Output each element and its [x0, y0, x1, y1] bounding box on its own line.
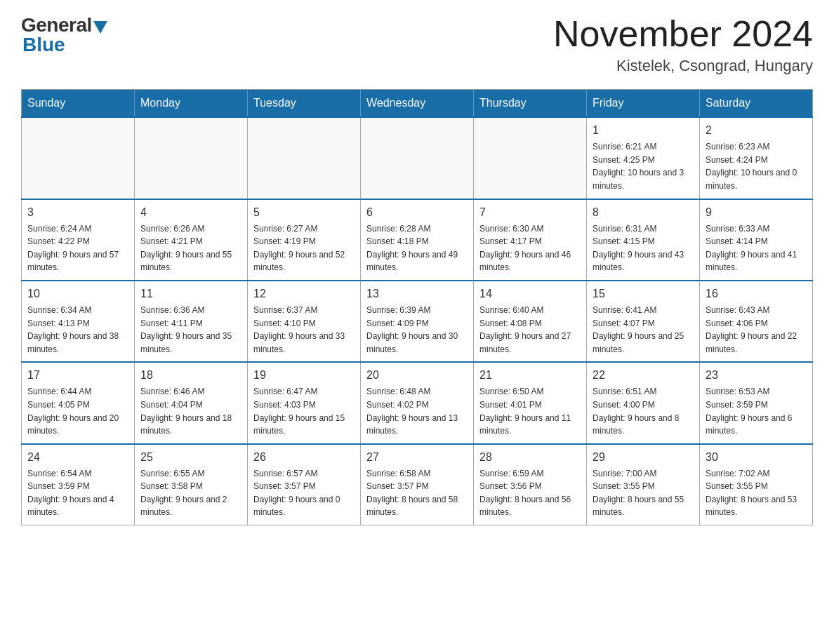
- header-sunday: Sunday: [22, 90, 135, 118]
- day-number: 7: [479, 204, 581, 221]
- logo: General Blue: [21, 14, 107, 56]
- day-number: 23: [706, 367, 807, 384]
- calendar-cell-w1-d0: [22, 117, 135, 199]
- header-monday: Monday: [135, 90, 248, 118]
- day-info: Sunrise: 6:39 AM Sunset: 4:09 PM Dayligh…: [366, 304, 468, 356]
- header-saturday: Saturday: [700, 90, 813, 118]
- day-info: Sunrise: 6:44 AM Sunset: 4:05 PM Dayligh…: [27, 385, 128, 437]
- day-info: Sunrise: 6:24 AM Sunset: 4:22 PM Dayligh…: [27, 222, 128, 274]
- day-info: Sunrise: 6:40 AM Sunset: 4:08 PM Dayligh…: [479, 304, 581, 356]
- calendar-cell-w5-d1: 25Sunrise: 6:55 AM Sunset: 3:58 PM Dayli…: [135, 444, 248, 525]
- calendar-cell-w1-d6: 2Sunrise: 6:23 AM Sunset: 4:24 PM Daylig…: [700, 117, 813, 199]
- calendar-cell-w1-d3: [361, 117, 474, 199]
- day-info: Sunrise: 6:55 AM Sunset: 3:58 PM Dayligh…: [140, 467, 241, 519]
- day-info: Sunrise: 6:47 AM Sunset: 4:03 PM Dayligh…: [253, 385, 355, 437]
- calendar-cell-w3-d6: 16Sunrise: 6:43 AM Sunset: 4:06 PM Dayli…: [700, 281, 813, 362]
- calendar-cell-w1-d5: 1Sunrise: 6:21 AM Sunset: 4:25 PM Daylig…: [587, 117, 700, 199]
- day-info: Sunrise: 7:00 AM Sunset: 3:55 PM Dayligh…: [593, 467, 694, 519]
- day-number: 3: [27, 204, 128, 221]
- day-info: Sunrise: 6:30 AM Sunset: 4:17 PM Dayligh…: [479, 222, 581, 274]
- calendar-cell-w5-d6: 30Sunrise: 7:02 AM Sunset: 3:55 PM Dayli…: [700, 444, 813, 525]
- calendar-cell-w4-d3: 20Sunrise: 6:48 AM Sunset: 4:02 PM Dayli…: [361, 362, 474, 443]
- calendar-cell-w3-d1: 11Sunrise: 6:36 AM Sunset: 4:11 PM Dayli…: [135, 281, 248, 362]
- page-header: General Blue November 2024 Kistelek, Cso…: [21, 14, 813, 75]
- day-info: Sunrise: 6:54 AM Sunset: 3:59 PM Dayligh…: [27, 467, 128, 519]
- week-row-1: 1Sunrise: 6:21 AM Sunset: 4:25 PM Daylig…: [22, 117, 813, 199]
- calendar-cell-w4-d0: 17Sunrise: 6:44 AM Sunset: 4:05 PM Dayli…: [22, 362, 135, 443]
- calendar-cell-w3-d4: 14Sunrise: 6:40 AM Sunset: 4:08 PM Dayli…: [474, 281, 587, 362]
- calendar-cell-w5-d3: 27Sunrise: 6:58 AM Sunset: 3:57 PM Dayli…: [361, 444, 474, 525]
- logo-blue-text: Blue: [21, 34, 65, 56]
- day-number: 4: [140, 204, 241, 221]
- calendar-cell-w4-d5: 22Sunrise: 6:51 AM Sunset: 4:00 PM Dayli…: [587, 362, 700, 443]
- calendar-cell-w5-d2: 26Sunrise: 6:57 AM Sunset: 3:57 PM Dayli…: [248, 444, 361, 525]
- day-info: Sunrise: 6:21 AM Sunset: 4:25 PM Dayligh…: [593, 140, 694, 192]
- calendar-cell-w2-d0: 3Sunrise: 6:24 AM Sunset: 4:22 PM Daylig…: [22, 199, 135, 281]
- day-info: Sunrise: 6:28 AM Sunset: 4:18 PM Dayligh…: [366, 222, 468, 274]
- day-info: Sunrise: 6:51 AM Sunset: 4:00 PM Dayligh…: [593, 385, 694, 437]
- day-number: 20: [366, 367, 468, 384]
- day-number: 17: [27, 367, 128, 384]
- day-number: 10: [27, 286, 128, 302]
- day-number: 29: [593, 449, 694, 466]
- day-info: Sunrise: 6:57 AM Sunset: 3:57 PM Dayligh…: [253, 467, 355, 519]
- day-info: Sunrise: 6:27 AM Sunset: 4:19 PM Dayligh…: [253, 222, 355, 274]
- day-number: 14: [479, 286, 581, 302]
- calendar-cell-w1-d4: [474, 117, 587, 199]
- day-number: 27: [366, 449, 468, 466]
- day-number: 24: [27, 449, 128, 466]
- day-number: 1: [593, 122, 694, 139]
- week-row-4: 17Sunrise: 6:44 AM Sunset: 4:05 PM Dayli…: [22, 362, 813, 443]
- day-info: Sunrise: 6:48 AM Sunset: 4:02 PM Dayligh…: [366, 385, 468, 437]
- calendar-header-row: Sunday Monday Tuesday Wednesday Thursday…: [22, 90, 813, 118]
- day-number: 11: [140, 286, 241, 302]
- day-number: 6: [366, 204, 468, 221]
- calendar-cell-w3-d2: 12Sunrise: 6:37 AM Sunset: 4:10 PM Dayli…: [248, 281, 361, 362]
- calendar-cell-w4-d1: 18Sunrise: 6:46 AM Sunset: 4:04 PM Dayli…: [135, 362, 248, 443]
- day-number: 13: [366, 286, 468, 302]
- header-thursday: Thursday: [474, 90, 587, 118]
- day-number: 8: [593, 204, 694, 221]
- day-number: 18: [140, 367, 241, 384]
- calendar-cell-w4-d6: 23Sunrise: 6:53 AM Sunset: 3:59 PM Dayli…: [700, 362, 813, 443]
- day-info: Sunrise: 6:31 AM Sunset: 4:15 PM Dayligh…: [593, 222, 694, 274]
- week-row-2: 3Sunrise: 6:24 AM Sunset: 4:22 PM Daylig…: [22, 199, 813, 281]
- day-info: Sunrise: 7:02 AM Sunset: 3:55 PM Dayligh…: [706, 467, 807, 519]
- title-block: November 2024 Kistelek, Csongrad, Hungar…: [553, 14, 813, 75]
- day-info: Sunrise: 6:53 AM Sunset: 3:59 PM Dayligh…: [706, 385, 807, 437]
- calendar-cell-w5-d5: 29Sunrise: 7:00 AM Sunset: 3:55 PM Dayli…: [587, 444, 700, 525]
- day-info: Sunrise: 6:41 AM Sunset: 4:07 PM Dayligh…: [593, 304, 694, 356]
- calendar-cell-w2-d1: 4Sunrise: 6:26 AM Sunset: 4:21 PM Daylig…: [135, 199, 248, 281]
- day-number: 19: [253, 367, 355, 384]
- month-title: November 2024: [553, 14, 813, 54]
- day-info: Sunrise: 6:36 AM Sunset: 4:11 PM Dayligh…: [140, 304, 241, 356]
- day-number: 28: [479, 449, 581, 466]
- day-info: Sunrise: 6:50 AM Sunset: 4:01 PM Dayligh…: [479, 385, 581, 437]
- calendar-cell-w3-d0: 10Sunrise: 6:34 AM Sunset: 4:13 PM Dayli…: [22, 281, 135, 362]
- day-info: Sunrise: 6:26 AM Sunset: 4:21 PM Dayligh…: [140, 222, 241, 274]
- location-subtitle: Kistelek, Csongrad, Hungary: [553, 57, 813, 75]
- header-friday: Friday: [587, 90, 700, 118]
- calendar-cell-w2-d4: 7Sunrise: 6:30 AM Sunset: 4:17 PM Daylig…: [474, 199, 587, 281]
- logo-triangle-icon: [93, 21, 107, 34]
- day-number: 16: [706, 286, 807, 302]
- week-row-3: 10Sunrise: 6:34 AM Sunset: 4:13 PM Dayli…: [22, 281, 813, 362]
- day-number: 9: [706, 204, 807, 221]
- day-info: Sunrise: 6:58 AM Sunset: 3:57 PM Dayligh…: [366, 467, 468, 519]
- calendar-cell-w5-d0: 24Sunrise: 6:54 AM Sunset: 3:59 PM Dayli…: [22, 444, 135, 525]
- day-number: 2: [706, 122, 807, 139]
- day-number: 5: [253, 204, 355, 221]
- calendar-cell-w2-d2: 5Sunrise: 6:27 AM Sunset: 4:19 PM Daylig…: [248, 199, 361, 281]
- day-info: Sunrise: 6:43 AM Sunset: 4:06 PM Dayligh…: [706, 304, 807, 356]
- calendar-cell-w3-d3: 13Sunrise: 6:39 AM Sunset: 4:09 PM Dayli…: [361, 281, 474, 362]
- day-info: Sunrise: 6:33 AM Sunset: 4:14 PM Dayligh…: [706, 222, 807, 274]
- day-info: Sunrise: 6:34 AM Sunset: 4:13 PM Dayligh…: [27, 304, 128, 356]
- day-number: 25: [140, 449, 241, 466]
- header-tuesday: Tuesday: [248, 90, 361, 118]
- calendar-cell-w3-d5: 15Sunrise: 6:41 AM Sunset: 4:07 PM Dayli…: [587, 281, 700, 362]
- day-number: 15: [593, 286, 694, 302]
- calendar-cell-w2-d5: 8Sunrise: 6:31 AM Sunset: 4:15 PM Daylig…: [587, 199, 700, 281]
- calendar-cell-w2-d3: 6Sunrise: 6:28 AM Sunset: 4:18 PM Daylig…: [361, 199, 474, 281]
- calendar-cell-w1-d2: [248, 117, 361, 199]
- day-number: 30: [706, 449, 807, 466]
